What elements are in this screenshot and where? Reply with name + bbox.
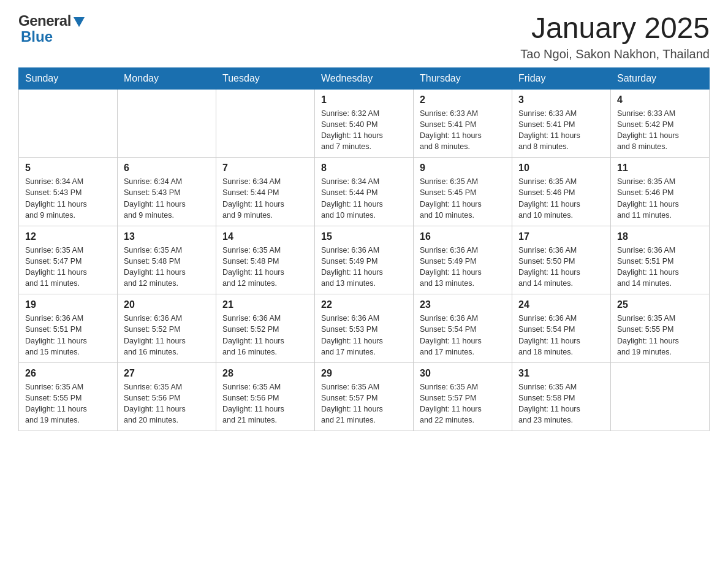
- svg-marker-0: [74, 17, 85, 27]
- calendar-day-cell: 23Sunrise: 6:36 AMSunset: 5:54 PMDayligh…: [414, 294, 512, 363]
- day-info: Sunrise: 6:35 AMSunset: 5:47 PMDaylight:…: [25, 245, 111, 289]
- col-header-friday: Friday: [512, 67, 611, 89]
- day-number: 23: [420, 299, 506, 310]
- calendar-day-cell: 3Sunrise: 6:33 AMSunset: 5:41 PMDaylight…: [512, 89, 611, 158]
- day-info: Sunrise: 6:36 AMSunset: 5:52 PMDaylight:…: [124, 313, 210, 358]
- calendar-day-cell: 29Sunrise: 6:35 AMSunset: 5:57 PMDayligh…: [315, 362, 414, 431]
- day-number: 21: [222, 299, 308, 310]
- calendar-day-cell: 24Sunrise: 6:36 AMSunset: 5:54 PMDayligh…: [512, 294, 611, 363]
- day-number: 2: [420, 94, 506, 105]
- day-info: Sunrise: 6:33 AMSunset: 5:41 PMDaylight:…: [518, 108, 604, 153]
- day-info: Sunrise: 6:36 AMSunset: 5:49 PMDaylight:…: [420, 245, 506, 289]
- day-number: 20: [124, 299, 210, 310]
- calendar-week-row: 5Sunrise: 6:34 AMSunset: 5:43 PMDaylight…: [19, 158, 710, 226]
- calendar-day-cell: 6Sunrise: 6:34 AMSunset: 5:43 PMDaylight…: [118, 158, 216, 226]
- day-info: Sunrise: 6:35 AMSunset: 5:48 PMDaylight:…: [222, 245, 308, 289]
- day-info: Sunrise: 6:36 AMSunset: 5:50 PMDaylight:…: [518, 245, 604, 289]
- calendar-day-cell: 21Sunrise: 6:36 AMSunset: 5:52 PMDayligh…: [216, 294, 315, 363]
- calendar-day-cell: 20Sunrise: 6:36 AMSunset: 5:52 PMDayligh…: [118, 294, 216, 363]
- calendar-week-row: 26Sunrise: 6:35 AMSunset: 5:55 PMDayligh…: [19, 362, 710, 431]
- day-number: 12: [25, 231, 111, 242]
- calendar-day-cell: 31Sunrise: 6:35 AMSunset: 5:58 PMDayligh…: [512, 362, 611, 431]
- col-header-thursday: Thursday: [414, 67, 512, 89]
- day-info: Sunrise: 6:35 AMSunset: 5:55 PMDaylight:…: [617, 313, 703, 358]
- day-info: Sunrise: 6:36 AMSunset: 5:51 PMDaylight:…: [25, 313, 111, 358]
- calendar-day-cell: [611, 362, 710, 431]
- calendar-day-cell: 15Sunrise: 6:36 AMSunset: 5:49 PMDayligh…: [315, 226, 414, 294]
- location-title: Tao Ngoi, Sakon Nakhon, Thailand: [520, 47, 710, 61]
- day-number: 26: [25, 368, 111, 379]
- calendar-day-cell: 25Sunrise: 6:35 AMSunset: 5:55 PMDayligh…: [611, 294, 710, 363]
- calendar-day-cell: 12Sunrise: 6:35 AMSunset: 5:47 PMDayligh…: [19, 226, 118, 294]
- day-info: Sunrise: 6:35 AMSunset: 5:48 PMDaylight:…: [124, 245, 210, 289]
- day-number: 4: [617, 94, 703, 105]
- day-number: 9: [420, 163, 506, 174]
- day-info: Sunrise: 6:36 AMSunset: 5:53 PMDaylight:…: [321, 313, 407, 358]
- day-info: Sunrise: 6:35 AMSunset: 5:55 PMDaylight:…: [25, 381, 111, 426]
- calendar-day-cell: 1Sunrise: 6:32 AMSunset: 5:40 PMDaylight…: [315, 89, 414, 158]
- col-header-monday: Monday: [118, 67, 216, 89]
- month-title: January 2025: [520, 12, 710, 45]
- day-info: Sunrise: 6:36 AMSunset: 5:49 PMDaylight:…: [321, 245, 407, 289]
- day-info: Sunrise: 6:35 AMSunset: 5:58 PMDaylight:…: [518, 381, 604, 426]
- day-number: 25: [617, 299, 703, 310]
- calendar-week-row: 19Sunrise: 6:36 AMSunset: 5:51 PMDayligh…: [19, 294, 710, 363]
- col-header-wednesday: Wednesday: [315, 67, 414, 89]
- logo-triangle-icon: [72, 15, 86, 28]
- calendar-day-cell: 2Sunrise: 6:33 AMSunset: 5:41 PMDaylight…: [414, 89, 512, 158]
- calendar-day-cell: [118, 89, 216, 158]
- day-number: 19: [25, 299, 111, 310]
- day-number: 18: [617, 231, 703, 242]
- day-number: 10: [518, 163, 604, 174]
- day-number: 29: [321, 368, 407, 379]
- day-info: Sunrise: 6:32 AMSunset: 5:40 PMDaylight:…: [321, 108, 407, 153]
- page-header: General Blue January 2025 Tao Ngoi, Sako…: [18, 12, 710, 61]
- day-number: 28: [222, 368, 308, 379]
- day-info: Sunrise: 6:35 AMSunset: 5:45 PMDaylight:…: [420, 176, 506, 221]
- calendar-week-row: 12Sunrise: 6:35 AMSunset: 5:47 PMDayligh…: [19, 226, 710, 294]
- title-section: January 2025 Tao Ngoi, Sakon Nakhon, Tha…: [520, 12, 710, 61]
- calendar-day-cell: 14Sunrise: 6:35 AMSunset: 5:48 PMDayligh…: [216, 226, 315, 294]
- day-info: Sunrise: 6:33 AMSunset: 5:42 PMDaylight:…: [617, 108, 703, 153]
- calendar-day-cell: 9Sunrise: 6:35 AMSunset: 5:45 PMDaylight…: [414, 158, 512, 226]
- day-number: 14: [222, 231, 308, 242]
- calendar-table: Sunday Monday Tuesday Wednesday Thursday…: [18, 67, 710, 432]
- day-number: 1: [321, 94, 407, 105]
- logo: General Blue: [18, 12, 86, 45]
- calendar-day-cell: [216, 89, 315, 158]
- calendar-day-cell: 19Sunrise: 6:36 AMSunset: 5:51 PMDayligh…: [19, 294, 118, 363]
- day-number: 27: [124, 368, 210, 379]
- day-number: 17: [518, 231, 604, 242]
- day-number: 22: [321, 299, 407, 310]
- calendar-day-cell: 17Sunrise: 6:36 AMSunset: 5:50 PMDayligh…: [512, 226, 611, 294]
- day-info: Sunrise: 6:34 AMSunset: 5:43 PMDaylight:…: [124, 176, 210, 221]
- calendar-day-cell: 13Sunrise: 6:35 AMSunset: 5:48 PMDayligh…: [118, 226, 216, 294]
- day-number: 30: [420, 368, 506, 379]
- calendar-day-cell: [19, 89, 118, 158]
- calendar-day-cell: 11Sunrise: 6:35 AMSunset: 5:46 PMDayligh…: [611, 158, 710, 226]
- day-info: Sunrise: 6:35 AMSunset: 5:57 PMDaylight:…: [321, 381, 407, 426]
- calendar-day-cell: 10Sunrise: 6:35 AMSunset: 5:46 PMDayligh…: [512, 158, 611, 226]
- calendar-header-row: Sunday Monday Tuesday Wednesday Thursday…: [19, 67, 710, 89]
- col-header-tuesday: Tuesday: [216, 67, 315, 89]
- col-header-saturday: Saturday: [611, 67, 710, 89]
- col-header-sunday: Sunday: [19, 67, 118, 89]
- day-info: Sunrise: 6:34 AMSunset: 5:44 PMDaylight:…: [321, 176, 407, 221]
- day-info: Sunrise: 6:36 AMSunset: 5:51 PMDaylight:…: [617, 245, 703, 289]
- logo-general-text: General: [18, 12, 71, 29]
- day-number: 7: [222, 163, 308, 174]
- day-info: Sunrise: 6:35 AMSunset: 5:57 PMDaylight:…: [420, 381, 506, 426]
- day-info: Sunrise: 6:35 AMSunset: 5:56 PMDaylight:…: [222, 381, 308, 426]
- calendar-day-cell: 16Sunrise: 6:36 AMSunset: 5:49 PMDayligh…: [414, 226, 512, 294]
- day-info: Sunrise: 6:36 AMSunset: 5:54 PMDaylight:…: [420, 313, 506, 358]
- calendar-day-cell: 18Sunrise: 6:36 AMSunset: 5:51 PMDayligh…: [611, 226, 710, 294]
- calendar-day-cell: 26Sunrise: 6:35 AMSunset: 5:55 PMDayligh…: [19, 362, 118, 431]
- day-number: 31: [518, 368, 604, 379]
- day-number: 11: [617, 163, 703, 174]
- calendar-day-cell: 22Sunrise: 6:36 AMSunset: 5:53 PMDayligh…: [315, 294, 414, 363]
- day-number: 3: [518, 94, 604, 105]
- calendar-week-row: 1Sunrise: 6:32 AMSunset: 5:40 PMDaylight…: [19, 89, 710, 158]
- day-number: 15: [321, 231, 407, 242]
- calendar-day-cell: 4Sunrise: 6:33 AMSunset: 5:42 PMDaylight…: [611, 89, 710, 158]
- day-number: 16: [420, 231, 506, 242]
